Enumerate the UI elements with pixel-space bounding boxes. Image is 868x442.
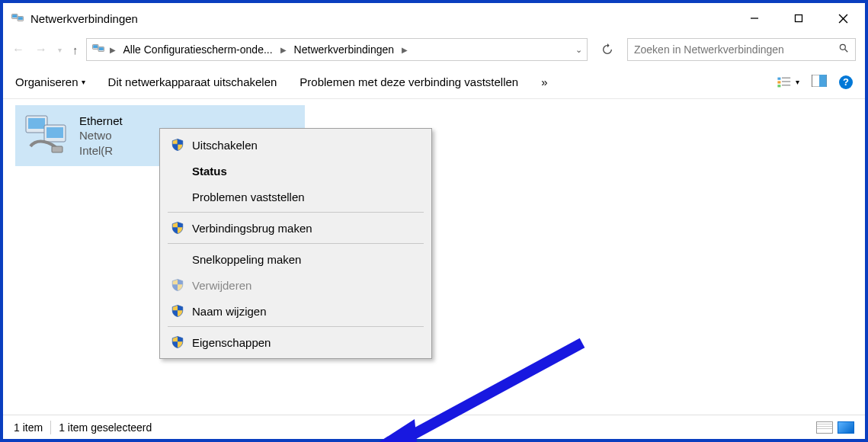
shield-icon	[171, 278, 184, 292]
svg-point-12	[840, 44, 845, 50]
toolbar: Organiseren ▾ Dit netwerkapparaat uitsch…	[3, 66, 865, 99]
back-button[interactable]: ←	[12, 43, 24, 56]
network-adapter-icon	[23, 113, 72, 159]
toolbar-overflow[interactable]: »	[541, 75, 547, 88]
svg-rect-17	[782, 81, 790, 82]
shield-icon	[171, 221, 184, 235]
svg-rect-25	[46, 127, 63, 138]
ctx-rename[interactable]: Naam wijzigen	[160, 298, 431, 324]
chevron-right-icon[interactable]: ▶	[110, 46, 116, 54]
navigation-bar: ← → ▾ ↑ ▶ Alle Configuratiescherm-onde..…	[3, 34, 865, 66]
disable-device-button[interactable]: Dit netwerkapparaat uitschakelen	[108, 75, 277, 88]
organize-menu[interactable]: Organiseren ▾	[15, 75, 85, 88]
svg-rect-1	[12, 14, 17, 18]
up-button[interactable]: ↑	[72, 43, 78, 56]
details-view-button[interactable]	[816, 421, 833, 434]
svg-rect-18	[777, 85, 780, 87]
separator	[50, 421, 51, 434]
diagnose-button[interactable]: Problemen met deze verbinding vaststelle…	[299, 75, 518, 88]
chevron-right-icon[interactable]: ▶	[280, 46, 287, 54]
refresh-button[interactable]	[595, 38, 620, 61]
preview-pane-button[interactable]	[812, 75, 827, 89]
view-options-button[interactable]: ▾	[777, 76, 799, 88]
tiles-view-button[interactable]	[838, 421, 854, 434]
dropdown-icon: ▾	[796, 78, 799, 86]
dropdown-icon: ▾	[82, 78, 85, 86]
close-button[interactable]	[821, 3, 865, 34]
forward-button[interactable]: →	[35, 43, 47, 56]
ctx-shortcut[interactable]: Snelkoppeling maken	[160, 246, 431, 272]
svg-rect-11	[98, 47, 103, 50]
connection-status: Netwo	[79, 128, 123, 143]
organize-label: Organiseren	[15, 75, 78, 88]
separator	[168, 326, 424, 327]
status-item-count: 1 item	[14, 421, 43, 434]
ctx-properties[interactable]: Eigenschappen	[160, 329, 431, 355]
svg-rect-14	[777, 77, 780, 79]
breadcrumb-item[interactable]: Netwerkverbindingen	[291, 42, 398, 57]
separator	[168, 212, 424, 213]
svg-rect-23	[28, 118, 45, 129]
search-box[interactable]	[627, 38, 856, 61]
search-icon[interactable]	[838, 43, 849, 56]
ctx-disable[interactable]: Uitschakelen	[160, 132, 431, 158]
chevron-right-icon[interactable]: ▶	[402, 46, 408, 54]
breadcrumb-item[interactable]: Alle Configuratiescherm-onde...	[120, 42, 276, 57]
address-icon	[91, 41, 105, 58]
svg-rect-9	[93, 45, 98, 48]
svg-rect-15	[782, 77, 790, 78]
shield-icon	[171, 304, 184, 318]
status-selected-count: 1 item geselecteerd	[59, 421, 152, 434]
content-area: Ethernet Netwo Intel(R Uitschakelen Stat…	[3, 99, 865, 415]
history-dropdown-icon[interactable]: ▾	[58, 46, 62, 54]
help-button[interactable]: ?	[839, 75, 853, 89]
svg-rect-3	[18, 17, 23, 20]
svg-rect-5	[796, 15, 802, 22]
minimize-button[interactable]	[732, 3, 777, 34]
shield-icon	[171, 335, 184, 349]
ctx-status[interactable]: Status	[160, 158, 431, 184]
connection-name: Ethernet	[79, 114, 123, 129]
separator	[168, 243, 424, 244]
title-bar: Netwerkverbindingen	[3, 3, 865, 34]
context-menu: Uitschakelen Status Problemen vaststelle…	[159, 128, 432, 359]
ctx-bridge[interactable]: Verbindingsbrug maken	[160, 215, 431, 241]
svg-rect-26	[52, 146, 62, 152]
address-bar[interactable]: ▶ Alle Configuratiescherm-onde... ▶ Netw…	[86, 38, 588, 61]
svg-rect-21	[819, 75, 827, 87]
search-input[interactable]	[634, 43, 838, 56]
maximize-button[interactable]	[777, 3, 821, 34]
svg-rect-19	[782, 85, 790, 85]
connection-device: Intel(R	[79, 143, 123, 159]
window-title: Netwerkverbindingen	[30, 12, 138, 25]
svg-rect-16	[777, 81, 780, 83]
ctx-diagnose[interactable]: Problemen vaststellen	[160, 184, 431, 210]
window-icon	[11, 11, 24, 27]
shield-icon	[171, 138, 184, 152]
status-bar: 1 item 1 item geselecteerd	[3, 415, 865, 439]
svg-line-13	[845, 50, 848, 53]
address-dropdown-icon[interactable]: ⌄	[575, 45, 582, 55]
ctx-delete: Verwijderen	[160, 272, 431, 298]
